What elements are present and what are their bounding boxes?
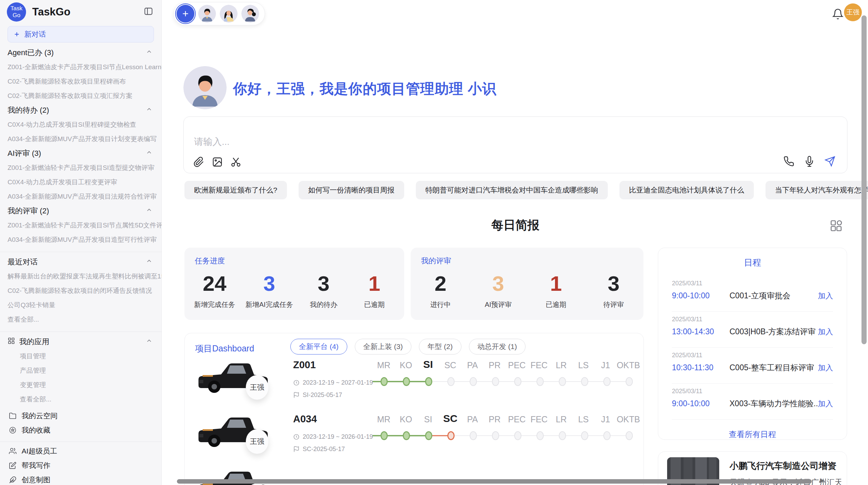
milestone-dot[interactable] <box>447 377 455 386</box>
list-item[interactable]: C02-飞腾新能源轻客改款项目立项汇报方案 <box>0 89 161 103</box>
suggestion-chip[interactable]: 当下年轻人对汽车外观有怎样的喜好趋势 <box>765 181 868 199</box>
milestone-dot[interactable] <box>559 431 566 440</box>
chevron-up-icon[interactable] <box>146 207 153 215</box>
suggestion-chip[interactable]: 如何写一份清晰的项目周报 <box>299 181 404 199</box>
schedule-item[interactable]: 2025/03/11 9:00-10:00 C001-立项审批会 加入 <box>658 276 847 307</box>
list-item[interactable]: A034-全新新能源MUV产品开发项目计划变更表编写 <box>0 132 161 146</box>
schedule-item[interactable]: 2025/03/11 9:00-10:00 X003-车辆动力学性能验... 加… <box>658 384 847 414</box>
sidebar-item-cloud[interactable]: 我的云空间 <box>0 409 161 423</box>
section-ai-review[interactable]: AI评审 (3) <box>0 146 161 161</box>
scroll-down-arrow[interactable]: ▼ <box>830 465 835 471</box>
milestone-dot[interactable] <box>381 431 388 440</box>
app-item-product[interactable]: 产品管理 <box>0 363 161 378</box>
agent-avatar-1[interactable] <box>198 5 216 23</box>
user-avatar[interactable]: 王强 <box>844 3 862 21</box>
add-agent-button[interactable] <box>177 5 194 23</box>
tab-powertrain[interactable]: 动总开发 (1) <box>469 339 526 355</box>
milestone-dot[interactable] <box>492 377 499 386</box>
milestone-dot[interactable] <box>626 377 633 386</box>
scroll-right-arrow[interactable]: ▶ <box>820 477 824 484</box>
sidebar-item-ai-staff[interactable]: AI超级员工 <box>0 444 161 458</box>
milestone-dot[interactable] <box>403 377 410 386</box>
list-item[interactable]: A034-全新新能源MUV产品开发项目造型可行性评审 <box>0 233 161 247</box>
layout-grid-icon[interactable] <box>830 219 843 234</box>
list-item[interactable]: 公司Q3轻卡销量 <box>0 298 161 312</box>
chevron-up-icon[interactable] <box>146 48 153 57</box>
chevron-up-icon[interactable] <box>146 106 153 115</box>
collapse-sidebar-icon[interactable] <box>144 7 153 17</box>
chevron-up-icon[interactable] <box>146 337 153 346</box>
chevron-up-icon[interactable] <box>146 258 153 266</box>
vertical-scrollbar[interactable] <box>861 15 867 344</box>
milestone-dot[interactable] <box>581 431 588 440</box>
suggestion-chip[interactable]: 欧洲新规最近颁布了什么? <box>184 181 287 199</box>
attachment-icon[interactable] <box>193 157 204 167</box>
tab-new-platform[interactable]: 全新平台 (4) <box>290 339 347 355</box>
app-item-project[interactable]: 项目管理 <box>0 349 161 363</box>
milestone-dot[interactable] <box>447 431 455 440</box>
milestone-dot[interactable] <box>537 377 544 386</box>
suggestion-chip[interactable]: 特朗普可能对进口汽车增税会对中国车企造成哪些影响 <box>416 181 608 199</box>
tab-new-body[interactable]: 全新上装 (3) <box>355 339 412 355</box>
list-item[interactable]: Z001-全新燃油轻卡产品开发项目SI造型提交物评审 <box>0 161 161 175</box>
list-item[interactable]: C0X4-动力总成开发项目工程变更评审 <box>0 175 161 189</box>
milestone-dot[interactable] <box>537 431 544 440</box>
milestone-dot[interactable] <box>559 377 566 386</box>
phone-icon[interactable] <box>783 156 794 167</box>
tab-model-year[interactable]: 年型 (2) <box>419 339 461 355</box>
scissors-icon[interactable] <box>230 157 241 167</box>
list-item[interactable]: A034-全新新能源MUV产品开发项目法规符合性评审 <box>0 189 161 204</box>
milestone-dot[interactable] <box>581 377 588 386</box>
milestone-dot[interactable] <box>492 431 499 440</box>
milestone-dot[interactable] <box>425 377 432 386</box>
milestone-dot[interactable] <box>514 377 521 386</box>
milestone-dot[interactable] <box>470 431 477 440</box>
section-agent-done[interactable]: Agent已办 (3) <box>0 46 161 60</box>
milestone-label: PEC <box>506 360 528 370</box>
list-item[interactable]: C02-飞腾新能源轻客改款项目里程碑画布 <box>0 74 161 89</box>
section-my-apps[interactable]: 我的应用 <box>0 335 161 349</box>
schedule-item[interactable]: 2025/03/11 13:00-14:30 C003|H0B-方案冻结评审 加… <box>658 312 847 343</box>
new-chat-button[interactable]: 新对话 <box>8 26 154 42</box>
join-link[interactable]: 加入 <box>818 291 833 301</box>
notification-bell-icon[interactable] <box>832 8 844 21</box>
sidebar-item-favorites[interactable]: 我的收藏 <box>0 423 161 437</box>
section-recent-chats[interactable]: 最近对话 <box>0 255 161 269</box>
chat-input[interactable] <box>194 137 605 147</box>
section-my-todo[interactable]: 我的待办 (2) <box>0 103 161 117</box>
milestone-dot[interactable] <box>603 377 611 386</box>
agent-avatar-3[interactable] <box>241 5 259 23</box>
view-all-apps[interactable]: 查看全部... <box>0 392 161 407</box>
list-item[interactable]: C02-飞腾新能源轻客改款项目的闭环通告反馈情况 <box>0 284 161 298</box>
app-item-change[interactable]: 变更管理 <box>0 378 161 392</box>
chevron-up-icon[interactable] <box>146 149 153 158</box>
view-all-schedule-link[interactable]: 查看所有日程 <box>658 429 847 440</box>
sidebar-item-draw[interactable]: 创意制图 <box>0 473 161 485</box>
milestone-dot[interactable] <box>626 431 633 440</box>
send-icon[interactable] <box>824 156 835 167</box>
join-link[interactable]: 加入 <box>818 327 833 337</box>
milestone-dot[interactable] <box>381 377 388 386</box>
project-row[interactable]: 王强 Z001 2023-12-19 ~ 2027-01-19 SI-2025-… <box>194 354 644 406</box>
milestone-dot[interactable] <box>470 377 477 386</box>
milestone-dot[interactable] <box>403 431 410 440</box>
microphone-icon[interactable] <box>804 156 815 167</box>
list-item[interactable]: 解释最新出台的欧盟报废车法规再生塑料比例被调至15%... <box>0 269 161 284</box>
schedule-item[interactable]: 2025/03/11 10:30-11:30 C005-整车工程目标评审 加入 <box>658 348 847 378</box>
project-row[interactable]: 王强 A034 2023-12-19 ~ 2026-01-19 SC-2025-… <box>194 408 644 460</box>
section-my-review[interactable]: 我的评审 (2) <box>0 204 161 218</box>
image-icon[interactable] <box>212 157 223 167</box>
list-item[interactable]: C0X4-动力总成开发项目SI里程碑提交物检查 <box>0 117 161 132</box>
agent-avatar-2[interactable] <box>220 5 238 23</box>
sidebar-item-write[interactable]: 帮我写作 <box>0 458 161 473</box>
milestone-dot[interactable] <box>514 431 521 440</box>
view-all-chats[interactable]: 查看全部... <box>0 312 161 327</box>
milestone-dot[interactable] <box>603 431 611 440</box>
list-item[interactable]: Z001-全新燃油轻卡产品开发项目SI节点属性5D文件评审 <box>0 218 161 233</box>
milestone-dot[interactable] <box>425 431 432 440</box>
join-link[interactable]: 加入 <box>818 399 833 409</box>
horizontal-scrollbar[interactable] <box>177 479 812 484</box>
list-item[interactable]: Z001-全新燃油皮卡产品开发项目SI节点Lesson Learn报告 <box>0 60 161 74</box>
join-link[interactable]: 加入 <box>818 363 833 373</box>
suggestion-chip[interactable]: 比亚迪全固态电池计划具体说了什么 <box>619 181 754 199</box>
